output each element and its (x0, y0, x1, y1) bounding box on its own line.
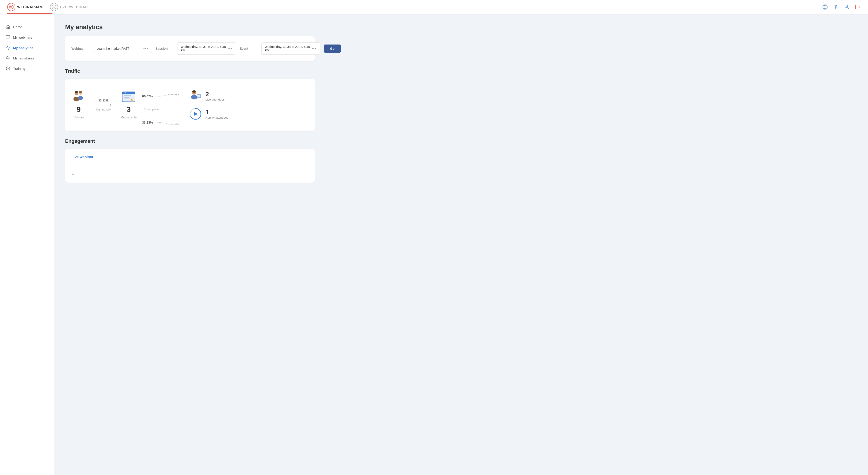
main-content: My analytics Webinar Learn the market FA… (54, 14, 326, 475)
sidebar-item-my-registrants[interactable]: My registrants (0, 53, 54, 63)
filter-row: Webinar Learn the market FAST ••• Sessio… (71, 42, 308, 55)
monitor-icon (5, 35, 10, 40)
facebook-icon[interactable] (833, 4, 839, 10)
svg-point-23 (124, 92, 125, 93)
session-select[interactable]: Wednesday, 30 June 2021, 4:45 PM ••• (177, 42, 236, 55)
webinarjam-logo[interactable]: W WEBINARJAM (7, 3, 43, 11)
svg-point-24 (125, 92, 126, 93)
sidebar: Home My webinars My analytics (0, 14, 54, 475)
everwebinar-logo-text: EVERWEBINAR (60, 5, 88, 9)
replay-attendees-count: 1 (206, 109, 228, 116)
replay-attendees-stat: 1 Replay attendees (189, 107, 228, 120)
logo-underline (7, 13, 53, 14)
header: W WEBINARJAM EW EVERWEBINAR (0, 0, 868, 14)
go-button[interactable]: Go (324, 44, 341, 53)
live-arrow-row: 66.67% (142, 94, 180, 99)
webinarjam-logo-icon: W (7, 3, 16, 11)
engagement-chart: 10 (71, 163, 308, 176)
visitors-label: Visitors (73, 116, 84, 119)
svg-rect-9 (6, 36, 10, 38)
layout: Home My webinars My analytics (0, 14, 868, 475)
svg-rect-34 (197, 96, 198, 97)
analytics-icon (5, 45, 10, 50)
svg-rect-35 (199, 95, 199, 97)
training-icon (5, 66, 10, 71)
svg-point-18 (74, 91, 78, 93)
session-value: Wednesday, 30 June 2021, 4:45 PM (181, 45, 227, 52)
visitors-stat: 9 Visitors (71, 91, 86, 119)
everwebinar-logo[interactable]: EW EVERWEBINAR (50, 3, 88, 11)
sidebar-training-label: Training (13, 67, 25, 70)
sign-up-label: Sign up rate (96, 108, 111, 111)
split-arrows: 66.67% Show up rate 33.33% (137, 94, 186, 116)
webinar-dots: ••• (143, 46, 149, 51)
session-dots: ••• (227, 46, 232, 51)
sidebar-my-webinars-label: My webinars (13, 35, 32, 39)
registrants-stat: 3 Registrants (121, 91, 137, 119)
event-dots: ••• (311, 46, 317, 51)
sidebar-my-registrants-label: My registrants (13, 56, 34, 60)
webinarjam-logo-text: WEBINARJAM (17, 5, 43, 9)
traffic-card: 9 Visitors 33.33% Sign up rate (65, 78, 315, 131)
registrants-label: Registrants (121, 116, 137, 119)
webinar-select[interactable]: Learn the market FAST ••• (93, 44, 152, 53)
replay-arrow-row: 33.33% (142, 120, 180, 125)
event-value: Wednesday, 30 June 2021, 4:45 PM (265, 45, 311, 52)
replay-pct: 33.33% (142, 121, 156, 124)
svg-point-7 (846, 5, 848, 7)
sidebar-item-home[interactable]: Home (0, 22, 54, 32)
registrants-icon (121, 91, 136, 103)
live-attendees-count: 2 (206, 91, 225, 98)
replay-attendees-info: 1 Replay attendees (206, 109, 228, 119)
signup-arrow: 33.33% Sign up rate (86, 99, 121, 111)
replay-attendees-label: Replay attendees (206, 116, 228, 119)
sign-up-rate: 33.33% (98, 99, 108, 102)
session-label: Session (156, 47, 174, 51)
page-title: My analytics (65, 24, 315, 31)
webinar-label: Webinar (71, 47, 90, 51)
event-select[interactable]: Wednesday, 30 June 2021, 4:45 PM ••• (261, 42, 320, 55)
traffic-content: 9 Visitors 33.33% Sign up rate (71, 85, 308, 125)
svg-point-12 (6, 57, 8, 58)
show-up-label: Show up rate (144, 108, 159, 111)
live-pct: 66.67% (142, 94, 156, 98)
event-label: Event (240, 47, 258, 51)
svg-rect-27 (124, 98, 130, 99)
svg-rect-36 (200, 95, 200, 97)
engagement-section-title: Engagement (65, 138, 315, 144)
live-attendees-info: 2 Live attendees (206, 91, 225, 101)
user-icon[interactable] (844, 4, 850, 10)
svg-point-17 (78, 96, 83, 100)
chart-max: 10 (71, 172, 74, 175)
engagement-card: Live webinar 10 (65, 149, 315, 183)
registrants-count: 3 (127, 105, 131, 114)
svg-rect-25 (124, 95, 131, 96)
logout-icon[interactable] (855, 4, 861, 10)
sidebar-item-training[interactable]: Training (0, 63, 54, 74)
header-logos: W WEBINARJAM EW EVERWEBINAR (7, 3, 88, 11)
svg-point-32 (192, 90, 196, 93)
right-stats: 2 Live attendees (189, 90, 228, 120)
sidebar-item-my-webinars[interactable]: My webinars (0, 32, 54, 42)
sidebar-item-my-analytics[interactable]: My analytics (0, 42, 54, 53)
svg-point-31 (191, 95, 197, 99)
home-icon (5, 24, 10, 29)
visitors-icon (71, 91, 86, 103)
filter-card: Webinar Learn the market FAST ••• Sessio… (65, 36, 315, 61)
svg-text:W: W (10, 6, 12, 8)
svg-point-19 (79, 91, 82, 93)
engagement-subtitle: Live webinar (71, 155, 308, 159)
sidebar-my-analytics-label: My analytics (13, 46, 33, 50)
svg-text:EW: EW (53, 6, 56, 8)
webinar-value: Learn the market FAST (96, 47, 129, 51)
svg-marker-39 (194, 112, 198, 116)
registrants-icon (5, 56, 10, 61)
live-attendees-label: Live attendees (206, 98, 225, 101)
header-actions (822, 4, 861, 10)
everwebinar-logo-icon: EW (50, 3, 58, 11)
visitors-count: 9 (76, 105, 81, 114)
live-attendees-stat: 2 Live attendees (189, 90, 228, 102)
svg-rect-26 (124, 97, 129, 98)
globe-icon[interactable] (822, 4, 828, 10)
traffic-section-title: Traffic (65, 68, 315, 74)
